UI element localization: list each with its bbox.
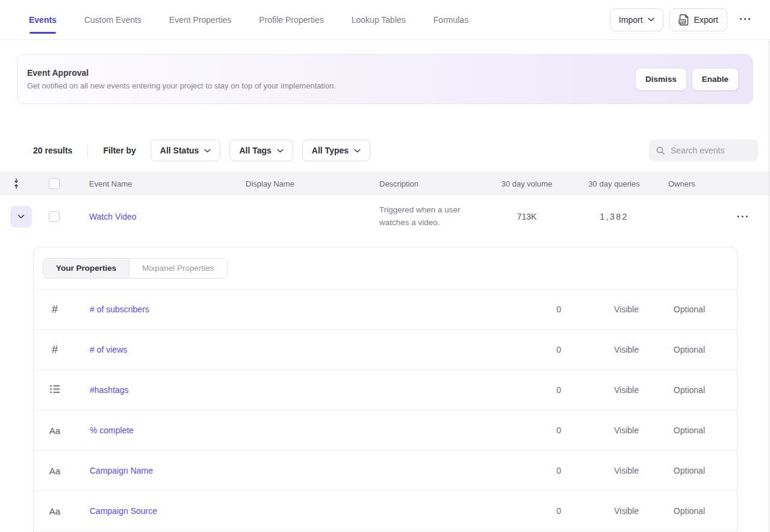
- row-actions-button[interactable]: ···: [737, 211, 750, 223]
- properties-tab-bar: Your Properties Mixpanel Properties: [34, 247, 737, 289]
- row-checkbox[interactable]: [49, 211, 60, 222]
- dismiss-button[interactable]: Dismiss: [636, 69, 686, 90]
- property-visibility: Visible: [614, 425, 639, 435]
- tags-filter-dropdown[interactable]: All Tags: [229, 140, 293, 161]
- text-type-icon: Aa: [49, 466, 60, 476]
- filter-by-label: Filter by: [103, 146, 135, 155]
- property-requirement: Optional: [674, 305, 705, 314]
- property-volume: 0: [556, 425, 561, 435]
- ellipsis-icon: ···: [739, 13, 752, 25]
- property-row: Aa Campaign Source 0 Visible Optional: [34, 491, 737, 531]
- event-properties-panel: Your Properties Mixpanel Properties # # …: [33, 247, 737, 532]
- column-header-volume: 30 day volume: [501, 179, 553, 188]
- tab-event-properties[interactable]: Event Properties: [169, 15, 232, 25]
- active-tab-underline: [29, 32, 56, 34]
- property-requirement: Optional: [674, 466, 705, 475]
- event-volume: 713K: [517, 212, 537, 221]
- collapse-rows-icon: [12, 178, 20, 189]
- number-type-icon: #: [52, 344, 58, 356]
- banner-title: Event Approval: [27, 68, 336, 78]
- more-options-button[interactable]: ···: [736, 13, 756, 26]
- property-name-link[interactable]: Campaign Source: [76, 506, 489, 516]
- tab-lookup-tables[interactable]: Lookup Tables: [352, 15, 406, 25]
- tags-filter-label: All Tags: [239, 146, 271, 155]
- select-all-checkbox[interactable]: [49, 178, 60, 189]
- chevron-down-icon: [354, 149, 361, 153]
- chevron-down-icon: [204, 149, 211, 153]
- property-visibility: Visible: [614, 466, 639, 475]
- property-requirement: Optional: [674, 345, 705, 354]
- property-name-link[interactable]: % complete: [76, 425, 489, 435]
- property-name-link[interactable]: #hashtags: [76, 385, 489, 395]
- filter-bar: 20 results Filter by All Status All Tags…: [33, 140, 758, 161]
- tab-formulas[interactable]: Formulas: [433, 15, 468, 25]
- import-button[interactable]: Import: [610, 8, 663, 31]
- viewport-right-edge: [769, 40, 769, 532]
- column-header-description: Description: [379, 179, 482, 188]
- property-name-link[interactable]: # of subscribers: [76, 305, 489, 314]
- chevron-down-icon: [277, 149, 284, 153]
- event-name-link[interactable]: Watch Video: [89, 212, 137, 221]
- tab-custom-events[interactable]: Custom Events: [84, 15, 141, 25]
- column-header-display-name: Display Name: [246, 179, 379, 188]
- property-visibility: Visible: [614, 345, 639, 354]
- list-type-icon: [50, 385, 60, 396]
- import-button-label: Import: [619, 15, 643, 25]
- types-filter-dropdown[interactable]: All Types: [302, 140, 370, 161]
- chevron-down-icon: [648, 17, 654, 22]
- banner-actions: Dismiss Enable: [636, 69, 738, 90]
- tab-mixpanel-properties[interactable]: Mixpanel Properties: [129, 259, 226, 278]
- text-type-icon: Aa: [49, 506, 60, 516]
- collapse-all-button[interactable]: [12, 178, 33, 189]
- property-visibility: Visible: [614, 385, 639, 395]
- number-type-icon: #: [52, 303, 58, 316]
- status-filter-dropdown[interactable]: All Status: [151, 140, 221, 161]
- tab-events[interactable]: Events: [29, 15, 57, 25]
- property-requirement: Optional: [674, 425, 705, 435]
- property-volume: 0: [556, 466, 561, 475]
- column-header-event-name: Event Name: [89, 179, 246, 188]
- search-input[interactable]: [671, 146, 749, 155]
- tab-your-properties[interactable]: Your Properties: [43, 259, 129, 278]
- property-visibility: Visible: [614, 506, 639, 516]
- lexicon-tabs: Events Custom Events Event Properties Pr…: [29, 15, 468, 25]
- property-requirement: Optional: [674, 506, 705, 516]
- search-icon: [656, 146, 665, 155]
- property-volume: 0: [556, 385, 561, 395]
- property-volume: 0: [556, 305, 561, 314]
- ellipsis-icon: ···: [737, 211, 750, 222]
- enable-button[interactable]: Enable: [692, 69, 738, 90]
- event-description: Triggered when a user watches a video.: [379, 204, 482, 229]
- property-row: # # of subscribers 0 Visible Optional: [34, 289, 737, 330]
- results-count: 20 results: [33, 146, 72, 155]
- property-visibility: Visible: [614, 305, 639, 314]
- banner-text: Event Approval Get notified on all new e…: [27, 68, 336, 90]
- top-nav-bar: Events Custom Events Event Properties Pr…: [0, 0, 770, 40]
- property-row: #hashtags 0 Visible Optional: [34, 370, 737, 410]
- search-box[interactable]: [649, 140, 758, 161]
- property-row: # # of views 0 Visible Optional: [34, 330, 737, 370]
- property-volume: 0: [556, 506, 561, 516]
- tab-events-label: Events: [29, 15, 57, 25]
- status-filter-label: All Status: [160, 146, 199, 155]
- row-expander-button[interactable]: [10, 206, 32, 227]
- events-table-header: Event Name Display Name Description 30 d…: [0, 172, 770, 196]
- chevron-down-icon: [17, 214, 25, 219]
- banner-subtitle: Get notified on all new events entering …: [27, 81, 336, 90]
- svg-text:CSV: CSV: [679, 20, 685, 23]
- export-button-label: Export: [694, 15, 718, 25]
- top-nav-actions: Import CSV Export ···: [610, 8, 756, 31]
- property-row: Aa Campaign Name 0 Visible Optional: [34, 451, 737, 491]
- csv-file-icon: CSV: [678, 14, 689, 26]
- column-header-owners: Owners: [656, 179, 716, 188]
- property-name-link[interactable]: Campaign Name: [76, 466, 489, 475]
- text-type-icon: Aa: [49, 425, 60, 436]
- properties-segmented-control: Your Properties Mixpanel Properties: [43, 258, 228, 279]
- property-row: Aa % complete 0 Visible Optional: [34, 410, 737, 451]
- export-button[interactable]: CSV Export: [669, 8, 727, 31]
- property-name-link[interactable]: # of views: [76, 345, 489, 354]
- event-approval-banner: Event Approval Get notified on all new e…: [17, 54, 753, 104]
- column-header-queries: 30 day queries: [588, 179, 639, 188]
- event-row-watch-video: Watch Video Triggered when a user watche…: [0, 196, 770, 238]
- tab-profile-properties[interactable]: Profile Properties: [259, 15, 323, 25]
